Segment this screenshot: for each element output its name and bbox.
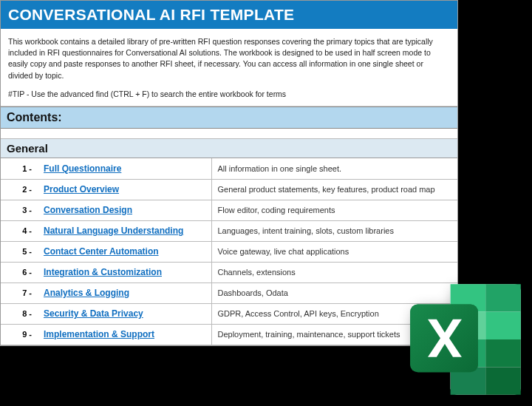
table-row: 5 -Contact Center AutomationVoice gatewa… xyxy=(1,241,457,262)
toc-link[interactable]: Full Questionnaire xyxy=(44,163,121,174)
row-number: 8 - xyxy=(1,303,38,324)
toc-link[interactable]: Implementation & Support xyxy=(44,329,154,339)
toc-link[interactable]: Contact Center Automation xyxy=(44,246,159,257)
toc-link[interactable]: Natural Language Understanding xyxy=(44,226,183,236)
row-link-cell: Natural Language Understanding xyxy=(38,220,211,241)
row-number: 9 - xyxy=(1,324,38,345)
intro-block: This workbook contains a detailed librar… xyxy=(1,29,457,106)
row-number: 2 - xyxy=(1,179,38,200)
toc-link[interactable]: Product Overview xyxy=(44,184,119,194)
table-row: 7 -Analytics & LoggingDashboards, Odata xyxy=(1,282,457,303)
row-description: Languages, intent training, slots, custo… xyxy=(211,220,457,241)
section-heading-general: General xyxy=(1,139,457,158)
row-description: Voice gateway, live chat applications xyxy=(211,241,457,262)
table-row: 6 -Integration & CustomizationChannels, … xyxy=(1,262,457,282)
row-link-cell: Conversation Design xyxy=(38,200,211,220)
table-row: 9 -Implementation & SupportDeployment, t… xyxy=(1,324,457,345)
intro-tip: #TIP - Use the advanced find (CTRL + F) … xyxy=(8,89,449,100)
row-number: 6 - xyxy=(1,262,38,282)
row-link-cell: Integration & Customization xyxy=(38,262,211,282)
toc-table: 1 -Full QuestionnaireAll information in … xyxy=(1,158,457,345)
table-row: 1 -Full QuestionnaireAll information in … xyxy=(1,158,457,179)
table-row: 4 -Natural Language UnderstandingLanguag… xyxy=(1,220,457,241)
row-description: Flow editor, coding requirements xyxy=(211,200,457,220)
row-link-cell: Product Overview xyxy=(38,179,211,200)
contents-heading: Contents: xyxy=(1,106,457,129)
row-number: 5 - xyxy=(1,241,38,262)
table-row: 2 -Product OverviewGeneral product state… xyxy=(1,179,457,200)
row-number: 7 - xyxy=(1,282,38,303)
spacer xyxy=(1,129,457,139)
row-number: 4 - xyxy=(1,220,38,241)
row-link-cell: Analytics & Logging xyxy=(38,282,211,303)
intro-body: This workbook contains a detailed librar… xyxy=(8,36,449,81)
table-row: 8 -Security & Data PrivacyGDPR, Access C… xyxy=(1,303,457,324)
row-number: 1 - xyxy=(1,158,38,179)
toc-link[interactable]: Analytics & Logging xyxy=(44,288,129,298)
toc-link[interactable]: Conversation Design xyxy=(44,205,132,215)
page-title: CONVERSATIONAL AI RFI TEMPLATE xyxy=(1,1,457,29)
row-link-cell: Implementation & Support xyxy=(38,324,211,345)
row-description: All information in one single sheet. xyxy=(211,158,457,179)
row-description: General product statements, key features… xyxy=(211,179,457,200)
row-link-cell: Contact Center Automation xyxy=(38,241,211,262)
table-row: 3 -Conversation DesignFlow editor, codin… xyxy=(1,200,457,220)
excel-icon xyxy=(403,277,528,402)
toc-link[interactable]: Security & Data Privacy xyxy=(44,308,143,319)
workbook-sheet: CONVERSATIONAL AI RFI TEMPLATE This work… xyxy=(0,0,458,346)
row-link-cell: Full Questionnaire xyxy=(38,158,211,179)
svg-rect-4 xyxy=(485,312,521,339)
toc-link[interactable]: Integration & Customization xyxy=(44,267,162,277)
row-number: 3 - xyxy=(1,200,38,220)
svg-rect-6 xyxy=(485,339,521,367)
svg-rect-2 xyxy=(485,284,521,311)
svg-rect-8 xyxy=(485,367,521,394)
row-link-cell: Security & Data Privacy xyxy=(38,303,211,324)
